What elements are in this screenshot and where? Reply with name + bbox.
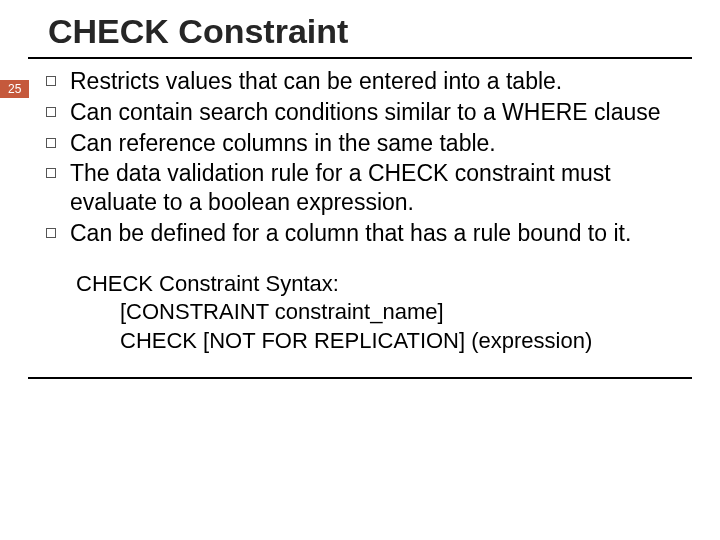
syntax-line: [CONSTRAINT constraint_name] bbox=[76, 298, 692, 327]
syntax-line: CHECK [NOT FOR REPLICATION] (expression) bbox=[76, 327, 692, 356]
divider-bottom bbox=[28, 377, 692, 379]
title-area: CHECK Constraint bbox=[0, 0, 720, 57]
page-number-badge: 25 bbox=[0, 80, 29, 98]
list-item: Can contain search conditions similar to… bbox=[70, 98, 692, 127]
syntax-heading: CHECK Constraint Syntax: bbox=[76, 270, 692, 299]
list-item: The data validation rule for a CHECK con… bbox=[70, 159, 692, 217]
syntax-block: CHECK Constraint Syntax: [CONSTRAINT con… bbox=[76, 270, 692, 356]
list-item: Can be defined for a column that has a r… bbox=[70, 219, 692, 248]
content-area: Restricts values that can be entered int… bbox=[0, 59, 720, 355]
page-title: CHECK Constraint bbox=[48, 12, 720, 51]
list-item: Can reference columns in the same table. bbox=[70, 129, 692, 158]
list-item: Restricts values that can be entered int… bbox=[70, 67, 692, 96]
bullet-list: Restricts values that can be entered int… bbox=[70, 67, 692, 248]
